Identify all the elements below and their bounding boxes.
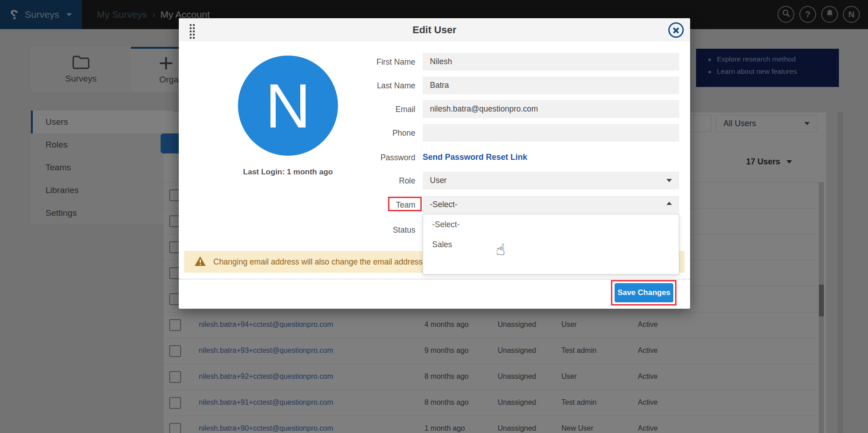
chevron-down-icon: [666, 179, 672, 182]
close-icon[interactable]: [668, 22, 684, 38]
drag-handle-icon[interactable]: [190, 24, 195, 39]
team-select[interactable]: -Select-: [423, 196, 679, 214]
modal-header: Edit User: [179, 18, 690, 41]
role-select[interactable]: User: [423, 172, 679, 189]
team-dropdown-option[interactable]: Sales: [423, 234, 679, 255]
edit-user-modal: Edit User N Last Login: 1 month ago Firs…: [179, 18, 690, 309]
role-label: Role: [318, 176, 415, 186]
password-label: Password: [318, 153, 415, 163]
last-name-label: Last Name: [318, 81, 415, 91]
last-name-input[interactable]: Batra: [423, 76, 679, 94]
team-dropdown-option[interactable]: -Select-: [423, 214, 679, 234]
role-select-value: User: [430, 176, 447, 185]
first-name-input[interactable]: Nilesh: [423, 53, 679, 71]
warning-icon: [194, 256, 206, 268]
annotation-box-save: [611, 280, 676, 306]
first-name-label: First Name: [318, 57, 415, 67]
status-label: Status: [318, 225, 415, 235]
team-select-value: -Select-: [430, 200, 457, 209]
team-dropdown-panel: -Select- Sales: [423, 214, 679, 275]
email-input[interactable]: nilesh.batra@questionpro.com: [423, 100, 679, 118]
phone-input[interactable]: [423, 124, 679, 142]
send-password-reset-link[interactable]: Send Password Reset Link: [423, 153, 527, 162]
email-label: Email: [318, 105, 415, 114]
annotation-box-team: [388, 197, 422, 211]
modal-title: Edit User: [179, 18, 690, 41]
footer-separator: [179, 279, 690, 280]
last-login-text: Last Login: 1 month ago: [206, 168, 370, 177]
phone-label: Phone: [318, 128, 415, 138]
chevron-up-icon: [666, 202, 672, 205]
mouse-pointer-icon: ☝: [496, 240, 505, 259]
